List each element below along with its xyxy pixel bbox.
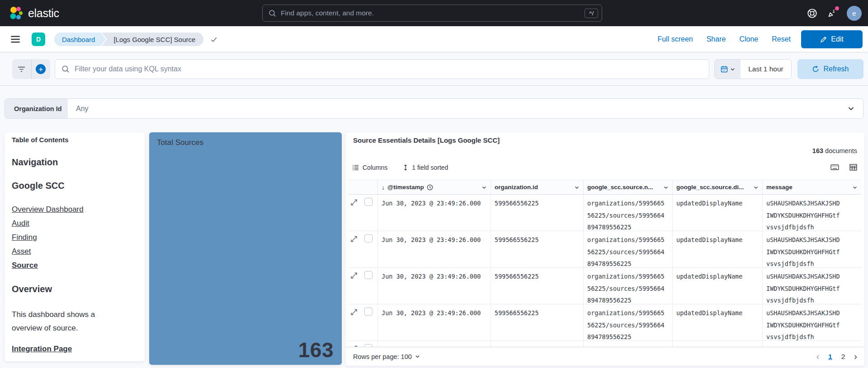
grid-body: Jun 30, 2023 @ 23:49:26.000 599566556225… [348, 195, 861, 347]
global-search[interactable]: ^/ [262, 5, 602, 22]
cell-timestamp: Jun 30, 2023 @ 23:49:26.000 [377, 231, 491, 267]
chevron-down-icon[interactable] [852, 185, 858, 190]
panel-title: Table of Contents [12, 136, 137, 144]
panel-title: Source Essentials Details [Logs Google S… [353, 136, 500, 144]
toc-link[interactable]: Audit [12, 216, 137, 230]
header-action-link[interactable]: Full screen [657, 35, 693, 43]
toc-heading-overview: Overview [12, 284, 137, 294]
cell-source-name: organizations/599566556225/sources/59956… [583, 304, 672, 340]
chevron-down-icon[interactable] [753, 185, 759, 190]
time-range-value[interactable]: Last 1 hour [741, 60, 791, 79]
kql-query-input[interactable] [75, 65, 703, 73]
cell-message: uSHAUSHDAKSJHSAKJSHDIWDYKSDUHKDHYGHFHGtf… [762, 268, 861, 304]
columns-button[interactable]: Columns [352, 164, 387, 171]
data-grid: ↓ @timestamp organization.id [348, 180, 861, 347]
row-checkbox[interactable] [364, 198, 373, 206]
grid-column-header[interactable]: google_scc.source.di... [672, 180, 762, 194]
space-badge[interactable]: D [32, 33, 45, 46]
grid-column-header[interactable]: message [762, 180, 861, 194]
column-label: google_scc.source.di... [676, 184, 744, 191]
global-search-input[interactable] [281, 9, 580, 17]
chevron-down-icon[interactable] [663, 185, 669, 190]
edit-button[interactable]: Edit [801, 30, 863, 48]
plus-icon: + [36, 64, 46, 74]
row-checkbox[interactable] [364, 271, 373, 279]
expand-row-icon[interactable] [351, 309, 357, 340]
page-number[interactable]: 2 [841, 353, 845, 361]
toc-link[interactable]: Source [12, 258, 137, 272]
row-checkbox[interactable] [364, 234, 373, 242]
grid-column-header[interactable]: organization.id [491, 180, 583, 194]
chevron-down-icon[interactable] [574, 185, 580, 190]
add-filter-button[interactable]: + [31, 59, 51, 79]
global-top-bar: elastic ^/ e [0, 0, 868, 26]
sort-descending-icon: ↓ [382, 184, 385, 191]
cell-organization-id: 599566556225 [491, 231, 583, 267]
breadcrumb-current[interactable]: [Logs Google SCC] Source [101, 33, 203, 46]
news-feed-icon[interactable] [827, 8, 837, 19]
row-checkbox[interactable] [364, 307, 373, 316]
chevron-down-icon[interactable] [848, 105, 854, 112]
cell-timestamp: Jun 30, 2023 @ 23:49:26.000 [377, 341, 491, 347]
column-label: google_scc.source.n... [587, 184, 653, 191]
grid-header-row: ↓ @timestamp organization.id [348, 180, 861, 195]
clock-icon [427, 184, 433, 191]
cell-source-name: organizations/599566556225/sources/59956… [583, 195, 672, 231]
toc-heading-google-scc: Google SCC [12, 181, 137, 191]
calendar-icon[interactable] [715, 60, 741, 79]
chevron-down-icon[interactable] [481, 185, 487, 190]
cell-organization-id: 599566556225 [491, 268, 583, 304]
breadcrumb-dashboard[interactable]: Dashboard [54, 33, 106, 46]
elastic-logo[interactable] [9, 6, 24, 20]
chevron-down-icon [415, 354, 420, 359]
grid-column-header[interactable]: google_scc.source.n... [583, 180, 672, 194]
header-action-link[interactable]: Reset [772, 35, 791, 43]
organization-id-control[interactable]: Organization Id Any [5, 98, 863, 119]
control-value[interactable]: Any [68, 105, 848, 113]
list-icon [352, 165, 359, 171]
filter-icon[interactable] [12, 59, 31, 79]
previous-page-icon[interactable]: ‹ [816, 351, 819, 362]
metric-value: 163 [298, 338, 334, 362]
header-action-link[interactable]: Clone [739, 35, 758, 43]
cell-organization-id: 599566556225 [491, 304, 583, 340]
toc-link[interactable]: Asset [12, 244, 137, 258]
toc-description: This dashboard shows a overview of sourc… [12, 308, 118, 335]
pagination: ‹ 1 2 › [816, 351, 857, 362]
rows-per-page-button[interactable]: Rows per page: 100 [353, 353, 420, 360]
grid-view-icon[interactable] [849, 164, 857, 171]
cell-message: uSHAUSHDAKSJHSAKJSHDIWDYKSDUHKDHYGHFHGtf… [762, 195, 861, 231]
pencil-icon [820, 36, 827, 43]
brand-name: elastic [28, 7, 59, 20]
cell-timestamp: Jun 30, 2023 @ 23:49:26.000 [377, 195, 491, 231]
page-number[interactable]: 1 [828, 353, 832, 361]
table-row: Jun 30, 2023 @ 23:49:26.000 599566556225… [348, 268, 861, 304]
keyboard-icon[interactable] [830, 164, 839, 171]
document-count-value: 163 [812, 147, 823, 154]
expand-row-icon[interactable] [351, 236, 357, 267]
integration-page-link[interactable]: Integration Page [12, 345, 72, 354]
user-avatar[interactable]: e [847, 6, 862, 21]
next-page-icon[interactable]: › [854, 351, 857, 362]
sorted-fields-button[interactable]: 1 field sorted [403, 164, 448, 171]
document-count-label: documents [825, 147, 857, 154]
document-count: 163 documents [812, 147, 857, 154]
expand-row-icon[interactable] [351, 272, 357, 304]
grid-column-header[interactable]: ↓ @timestamp [377, 180, 491, 194]
refresh-button[interactable]: Refresh [797, 59, 863, 79]
search-shortcut-hint: ^/ [585, 9, 598, 18]
kql-query-bar[interactable] [55, 59, 709, 79]
toc-link[interactable]: Finding [12, 230, 137, 244]
help-icon[interactable] [807, 8, 817, 19]
menu-icon[interactable] [10, 34, 20, 44]
header-actions: Full screen Share Clone Reset [657, 26, 791, 52]
time-range-picker[interactable]: Last 1 hour [714, 59, 792, 79]
filter-button-group: + [12, 59, 50, 79]
toc-link[interactable]: Overview Dashboard [12, 202, 137, 216]
saved-check-icon[interactable] [210, 36, 218, 43]
column-label: organization.id [495, 184, 538, 191]
expand-row-icon[interactable] [351, 199, 357, 231]
table-row: Jun 30, 2023 @ 23:49:26.000 599566556225… [348, 195, 861, 231]
header-action-link[interactable]: Share [707, 35, 726, 43]
refresh-icon [812, 65, 819, 73]
